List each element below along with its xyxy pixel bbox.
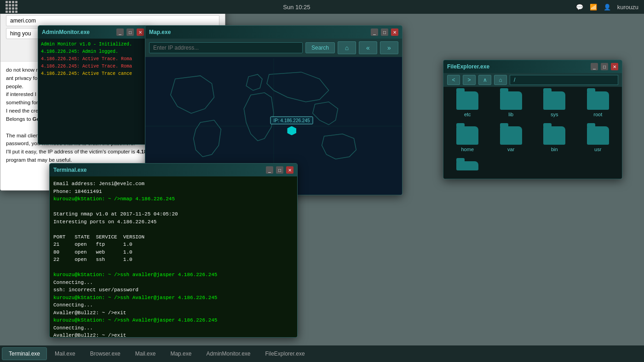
fe-folder-usr[interactable]: usr (579, 126, 618, 157)
map-search-button[interactable]: Search (305, 42, 335, 53)
fe-folder-icon-root (587, 91, 609, 110)
fe-folder-home[interactable]: home (448, 126, 487, 157)
t-line: 80 open web 1.0 (53, 249, 293, 256)
taskbar-adminmonitor[interactable]: AdminMonitor.exe (199, 347, 257, 360)
taskbar-right: 💬 📶 👤 kurouzu (576, 4, 638, 11)
fe-folder-label-var: var (507, 147, 514, 152)
username: kurouzu (617, 4, 638, 11)
fe-folder-icon-bin (543, 126, 565, 145)
fe-folder-var[interactable]: var (492, 126, 531, 157)
file-explorer-body: etc lib sys root home var bin usr (443, 87, 622, 179)
file-explorer-close[interactable]: ✕ (611, 63, 618, 70)
fe-folder-bin[interactable]: bin (535, 126, 574, 157)
map-controls[interactable]: _ □ ✕ (371, 28, 398, 36)
admin-monitor-minimize[interactable]: _ (116, 28, 124, 36)
terminal-titlebar: Terminal.exe _ □ ✕ (50, 164, 297, 176)
t-line: Interesting ports on 4.186.226.245 (53, 218, 293, 226)
map-titlebar: Map.exe _ □ ✕ (145, 26, 402, 39)
t-line: Email address: Jensi@evelc.com (53, 180, 293, 188)
fe-folder-icon-home (456, 126, 478, 145)
clock: Sun 10:25 (283, 4, 310, 11)
map-forward-button[interactable]: » (380, 41, 398, 54)
admin-monitor-maximize[interactable]: □ (126, 28, 134, 36)
fe-folder-sys[interactable]: sys (535, 91, 574, 122)
fe-up-button[interactable]: ∧ (478, 75, 491, 85)
ip-marker: IP: 4.186.226.245 (270, 117, 313, 136)
file-explorer-toolbar: < > ∧ ⌂ (443, 73, 622, 87)
fe-folder-label-home: home (461, 147, 474, 152)
fe-folder-icon-lib (500, 91, 522, 110)
file-explorer-controls[interactable]: _ □ ✕ (591, 63, 618, 70)
terminal-window: Terminal.exe _ □ ✕ Email address: Jensi@… (49, 163, 298, 338)
mail-to-field[interactable] (6, 15, 219, 26)
admin-monitor-controls[interactable]: _ □ ✕ (116, 28, 144, 36)
fe-folder-label-etc: etc (464, 112, 471, 117)
wifi-icon: 📶 (590, 4, 597, 11)
t-line: Connecting... (53, 301, 293, 309)
fe-folder-icon-partial (456, 161, 478, 170)
t-line: 22 open ssh 1.0 (53, 256, 293, 264)
map-ip-input[interactable] (149, 42, 303, 53)
fe-folder-lib[interactable]: lib (492, 91, 531, 122)
admin-line-1: Admin Monitor v1.0 - Initialized. (41, 41, 145, 48)
t-line (53, 226, 293, 233)
admin-monitor-body: Admin Monitor v1.0 - Initialized. 4.186.… (38, 39, 148, 144)
admin-monitor-close[interactable]: ✕ (137, 28, 144, 36)
fe-folder-icon-sys (543, 91, 565, 110)
fe-folder-label-bin: bin (551, 147, 558, 152)
file-explorer-minimize[interactable]: _ (591, 63, 598, 70)
fe-forward-button[interactable]: > (463, 75, 476, 85)
terminal-minimize[interactable]: _ (266, 166, 273, 174)
map-close[interactable]: ✕ (391, 28, 398, 36)
t-line (53, 203, 293, 211)
t-line: ssh: incorrect user/password (53, 286, 293, 294)
file-explorer-maximize[interactable]: □ (601, 63, 608, 70)
t-line: Phone: 184611491 (53, 188, 293, 196)
admin-line-3: 4.186.226.245: Active Trace. Roma (41, 56, 145, 62)
chat-icon[interactable]: 💬 (576, 4, 583, 11)
ip-hex-marker (287, 126, 296, 136)
terminal-close[interactable]: ✕ (286, 166, 293, 174)
admin-monitor-title: AdminMonitor.exe (42, 29, 116, 35)
taskbar-terminal[interactable]: Terminal.exe (2, 347, 47, 360)
t-line: Avaller@Bullz2: ~ />exit (53, 332, 293, 337)
fe-back-button[interactable]: < (447, 75, 460, 85)
taskbar-mail-2[interactable]: Mail.exe (128, 347, 163, 360)
fe-folder-root[interactable]: root (579, 91, 618, 122)
map-back-button[interactable]: « (359, 41, 377, 54)
map-toolbar: Search ⌂ « » (145, 39, 402, 57)
t-line: Avaller@Bullz2: ~ />exit (53, 309, 293, 317)
fe-path-input[interactable] (510, 75, 618, 85)
taskbar-top: Sun 10:25 💬 📶 👤 kurouzu (0, 0, 644, 14)
taskbar-browser[interactable]: Browser.exe (83, 347, 127, 360)
fe-folder-etc[interactable]: etc (448, 91, 487, 122)
file-explorer-window: FileExplorer.exe _ □ ✕ < > ∧ ⌂ etc lib s… (443, 60, 622, 179)
fe-home-button[interactable]: ⌂ (494, 75, 507, 85)
taskbar-bottom: Terminal.exe Mail.exe Browser.exe Mail.e… (0, 345, 644, 362)
taskbar-mail-1[interactable]: Mail.exe (48, 347, 82, 360)
terminal-title: Terminal.exe (53, 167, 266, 173)
taskbar-fileexplorer[interactable]: FileExplorer.exe (259, 347, 312, 360)
t-line: kurouzu@kStation: ~ />ssh Avaller@jasper… (53, 317, 293, 324)
t-line: kurouzu@kStation: ~ />ssh avaller@jasper… (53, 271, 293, 279)
fe-folder-icon-usr (587, 126, 609, 145)
fe-folder-icon-var (500, 126, 522, 145)
taskbar-map[interactable]: Map.exe (163, 347, 198, 360)
file-explorer-titlebar: FileExplorer.exe _ □ ✕ (443, 60, 622, 73)
ip-label: IP: 4.186.226.245 (270, 117, 313, 124)
map-title: Map.exe (149, 29, 371, 35)
t-line: kurouzu@kStation: ~ />ssh Avaller@jasper… (53, 294, 293, 302)
terminal-maximize[interactable]: □ (276, 166, 283, 174)
map-maximize[interactable]: □ (381, 28, 388, 36)
admin-line-2: 4.186.226.245: Admin logged. (41, 49, 145, 55)
fe-folder-partial-1[interactable] (448, 161, 487, 175)
taskbar-apps-icon[interactable] (6, 1, 17, 13)
t-line: PORT STATE SERVICE VERSION (53, 233, 293, 241)
map-home-button[interactable]: ⌂ (338, 41, 356, 54)
admin-monitor-window: AdminMonitor.exe _ □ ✕ Admin Monitor v1.… (38, 25, 148, 145)
fe-folder-label-root: root (593, 112, 602, 117)
terminal-body[interactable]: Email address: Jensi@evelc.com Phone: 18… (50, 176, 297, 337)
map-minimize[interactable]: _ (371, 28, 378, 36)
terminal-controls[interactable]: _ □ ✕ (266, 166, 293, 174)
fe-folder-label-lib: lib (508, 112, 513, 117)
